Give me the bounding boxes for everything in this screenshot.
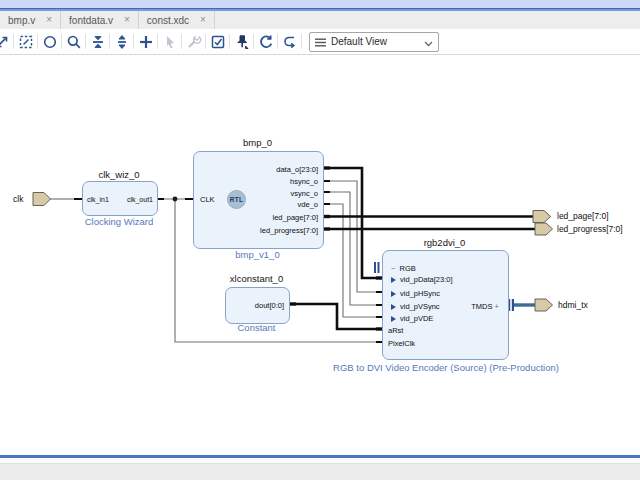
subport-arrow-icon — [391, 304, 396, 310]
port-tmds[interactable]: TMDS + — [471, 302, 499, 311]
port-pixelclk[interactable]: PixelClk — [388, 339, 415, 348]
block-subtitle-clk-wiz: Clocking Wizard — [62, 216, 176, 227]
port-vid-pdata[interactable]: vid_pData[23:0] — [391, 275, 453, 284]
external-port-label-led-progress[interactable]: led_progress[7:0] — [557, 224, 623, 234]
net-junction-dot — [173, 197, 178, 202]
subport-label: vid_pVDE — [400, 314, 433, 323]
external-port-label-clk[interactable]: clk — [13, 194, 23, 204]
block-rgb2dvi-0[interactable]: − RGB vid_pData[23:0] vid_pHSync vid_pVS… — [382, 250, 509, 360]
port-led-progress[interactable]: led_progress[7:0] — [260, 226, 318, 235]
block-subtitle-xlconstant: Constant — [225, 322, 288, 333]
port-vid-pvde[interactable]: vid_pVDE — [391, 314, 433, 323]
net-vde[interactable] — [330, 204, 376, 317]
block-subtitle-rgb2dvi: RGB to DVI Video Encoder (Source) (Pre-P… — [324, 362, 568, 373]
led-page-port-symbol[interactable] — [533, 211, 551, 223]
block-title-bmp: bmp_0 — [193, 137, 322, 148]
port-data-o[interactable]: data_o[23:0] — [276, 165, 318, 174]
port-hsync-o[interactable]: hsync_o — [290, 177, 318, 186]
block-title-rgb2dvi: rgb2dvi_0 — [382, 237, 507, 248]
port-vsync-o[interactable]: vsync_o — [290, 189, 318, 198]
port-rgb-interface[interactable]: − RGB — [391, 264, 416, 273]
subport-arrow-icon — [391, 316, 396, 322]
net-hsync[interactable] — [330, 181, 376, 292]
external-port-label-hdmi-tx[interactable]: hdmi_tx — [558, 300, 588, 310]
block-bmp-0[interactable]: CLK RTL data_o[23:0] hsync_o vsync_o vde… — [193, 151, 324, 249]
led-progress-port-symbol[interactable] — [535, 223, 553, 235]
port-vid-pvsync[interactable]: vid_pVSync — [391, 302, 440, 311]
hdmi-tx-port-symbol[interactable] — [535, 299, 553, 311]
block-title-clk-wiz: clk_wiz_0 — [82, 169, 156, 180]
expand-plus-icon[interactable]: + — [495, 302, 499, 311]
port-clk-in1[interactable]: clk_in1 — [87, 195, 109, 204]
net-vsync[interactable] — [330, 192, 376, 305]
rgb-interface-pin-icon[interactable] — [374, 262, 380, 273]
subport-label: vid_pHSync — [400, 289, 440, 298]
subport-label: vid_pVSync — [400, 302, 440, 311]
subport-label: vid_pData[23:0] — [400, 275, 453, 284]
subport-arrow-icon — [391, 291, 396, 297]
port-vde-o[interactable]: vde_o — [298, 200, 318, 209]
vivado-block-design-window: bmp.v × fontdata.v × const.xdc × — [0, 0, 640, 480]
port-vid-phsync[interactable]: vid_pHSync — [391, 289, 440, 298]
port-clk-out1[interactable]: clk_out1 — [127, 195, 153, 204]
block-clk-wiz-0[interactable]: clk_in1 clk_out1 — [82, 181, 158, 216]
port-arst[interactable]: aRst — [388, 326, 403, 335]
subport-arrow-icon — [391, 277, 396, 283]
port-clk[interactable]: CLK — [200, 195, 215, 204]
collapse-minus-icon[interactable]: − — [391, 264, 395, 273]
tmds-label: TMDS — [471, 302, 492, 311]
rgb-interface-label: RGB — [400, 264, 416, 273]
rtl-badge: RTL — [227, 190, 246, 209]
port-led-page[interactable]: led_page[7:0] — [273, 213, 318, 222]
block-subtitle-bmp: bmp_v1_0 — [193, 249, 322, 260]
external-port-label-led-page[interactable]: led_page[7:0] — [557, 211, 609, 221]
block-xlconstant-0[interactable]: dout[0:0] — [225, 287, 290, 324]
block-title-xlconstant: xlconstant_0 — [225, 273, 288, 284]
net-data-o[interactable] — [330, 168, 376, 278]
clk-port-symbol[interactable] — [33, 193, 51, 206]
port-dout[interactable]: dout[0:0] — [255, 301, 284, 310]
